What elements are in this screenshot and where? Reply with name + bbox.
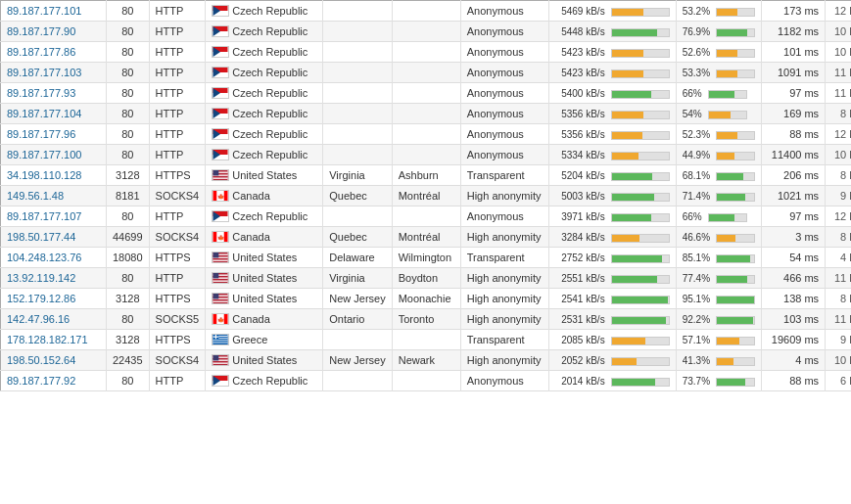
last-seen: 11 hours ago (826, 83, 851, 104)
region (323, 371, 392, 391)
region (323, 104, 392, 124)
ip-address[interactable]: 13.92.119.142 (1, 268, 107, 289)
speed: 5356 kB/s (548, 104, 676, 124)
ip-address[interactable]: 104.248.123.76 (1, 248, 107, 268)
ip-address[interactable]: 89.187.177.86 (1, 42, 107, 63)
port: 80 (107, 22, 150, 42)
city (392, 371, 460, 391)
ip-address[interactable]: 89.187.177.96 (1, 124, 107, 145)
percentage: 92.2% (676, 309, 761, 330)
country: United States (206, 268, 323, 289)
percentage: 85.1% (676, 248, 761, 268)
svg-rect-71 (213, 339, 228, 340)
anonymity: High anonymity (460, 289, 548, 309)
port: 80 (107, 124, 150, 145)
region (323, 83, 392, 104)
percentage: 44.9% (676, 145, 761, 165)
svg-rect-29 (213, 178, 228, 179)
port: 80 (107, 83, 150, 104)
ping: 173 ms (762, 1, 826, 22)
country: United States (206, 289, 323, 309)
percentage: 66% (676, 83, 761, 104)
port: 80 (107, 104, 150, 124)
city (392, 42, 460, 63)
ip-address[interactable]: 89.187.177.100 (1, 145, 107, 165)
ip-address[interactable]: 89.187.177.90 (1, 22, 107, 42)
ip-address[interactable]: 89.187.177.104 (1, 104, 107, 124)
table-row: 89.187.177.101 80 HTTP Czech Republic An… (1, 1, 852, 22)
svg-rect-78 (213, 337, 219, 338)
port: 80 (107, 371, 150, 391)
protocol: SOCKS4 (149, 227, 206, 248)
svg-rect-84 (213, 363, 228, 364)
anonymity: Anonymous (460, 104, 548, 124)
last-seen: 8 hours ago (826, 289, 851, 309)
ping: 88 ms (762, 124, 826, 145)
percentage: 76.9% (676, 22, 761, 42)
protocol: HTTP (149, 206, 206, 227)
country: Czech Republic (206, 1, 323, 22)
region: Virginia (323, 165, 392, 186)
protocol: HTTPS (149, 330, 206, 350)
protocol: HTTP (149, 42, 206, 63)
anonymity: Transparent (460, 248, 548, 268)
anonymity: Anonymous (460, 42, 548, 63)
last-seen: 11 hours ago (826, 268, 851, 289)
ip-address[interactable]: 198.50.152.64 (1, 350, 107, 371)
region (323, 22, 392, 42)
svg-rect-73 (213, 342, 228, 343)
protocol: HTTP (149, 1, 206, 22)
city: Ashburn (392, 165, 460, 186)
percentage: 53.2% (676, 1, 761, 22)
city (392, 206, 460, 227)
ip-address[interactable]: 89.187.177.93 (1, 83, 107, 104)
ip-address[interactable]: 198.50.177.44 (1, 227, 107, 248)
percentage: 52.6% (676, 42, 761, 63)
protocol: HTTP (149, 145, 206, 165)
ip-address[interactable]: 178.128.182.171 (1, 330, 107, 350)
country: Czech Republic (206, 83, 323, 104)
country: Czech Republic (206, 145, 323, 165)
ip-address[interactable]: 89.187.177.92 (1, 371, 107, 391)
port: 80 (107, 206, 150, 227)
anonymity: High anonymity (460, 309, 548, 330)
svg-rect-30 (213, 170, 219, 175)
anonymity: Transparent (460, 165, 548, 186)
country: 🍁 Canada (206, 309, 323, 330)
speed: 2085 kB/s (548, 330, 676, 350)
table-row: 89.187.177.92 80 HTTP Czech Republic Ano… (1, 371, 852, 391)
last-seen: 11 hours ago (826, 63, 851, 83)
ip-address[interactable]: 89.187.177.103 (1, 63, 107, 83)
speed: 2531 kB/s (548, 309, 676, 330)
ip-address[interactable]: 142.47.96.16 (1, 309, 107, 330)
table-row: 89.187.177.107 80 HTTP Czech Republic An… (1, 206, 852, 227)
region (323, 42, 392, 63)
ip-address[interactable]: 34.198.110.128 (1, 165, 107, 186)
protocol: HTTP (149, 83, 206, 104)
country: United States (206, 248, 323, 268)
speed: 5356 kB/s (548, 124, 676, 145)
table-row: 89.187.177.104 80 HTTP Czech Republic An… (1, 104, 852, 124)
city (392, 83, 460, 104)
protocol: HTTP (149, 22, 206, 42)
ip-address[interactable]: 89.187.177.107 (1, 206, 107, 227)
protocol: SOCKS5 (149, 309, 206, 330)
ping: 1091 ms (762, 63, 826, 83)
ip-address[interactable]: 149.56.1.48 (1, 186, 107, 206)
city (392, 330, 460, 350)
ping: 97 ms (762, 83, 826, 104)
anonymity: Anonymous (460, 124, 548, 145)
country: Czech Republic (206, 371, 323, 391)
speed: 2052 kB/s (548, 350, 676, 371)
port: 80 (107, 268, 150, 289)
city (392, 1, 460, 22)
port: 80 (107, 42, 150, 63)
protocol: HTTPS (149, 289, 206, 309)
svg-rect-83 (213, 361, 228, 362)
region (323, 63, 392, 83)
speed: 5469 kB/s (548, 1, 676, 22)
ip-address[interactable]: 89.187.177.101 (1, 1, 107, 22)
country: Greece (206, 330, 323, 350)
ip-address[interactable]: 152.179.12.86 (1, 289, 107, 309)
anonymity: Anonymous (460, 83, 548, 104)
